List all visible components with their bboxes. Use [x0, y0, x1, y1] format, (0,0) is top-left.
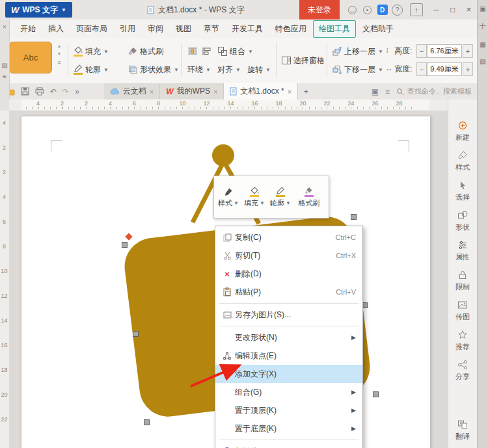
selection-handle[interactable]	[122, 242, 128, 248]
skin-icon[interactable]	[346, 3, 359, 17]
selection-pane-button[interactable]: 选择窗格	[281, 53, 325, 68]
list-icon[interactable]: ▤	[480, 58, 485, 65]
sidebar-item-share[interactable]: 分享	[455, 360, 470, 382]
align-icon-button[interactable]	[202, 44, 212, 59]
selection-handle[interactable]	[144, 419, 150, 425]
height-decrease-button[interactable]: −	[416, 44, 427, 58]
sidebar-item-upload-image[interactable]: 传图	[455, 300, 470, 322]
tab-developer[interactable]: 开发工具	[226, 20, 269, 38]
outline-menu-button[interactable]: 轮廓▼	[267, 187, 293, 208]
menu-item-cut[interactable]: 剪切(T) Ctrl+X	[215, 246, 362, 265]
message-icon[interactable]	[360, 3, 374, 17]
more-commands-icon[interactable]: »	[75, 87, 79, 96]
selection-handle[interactable]	[373, 391, 379, 397]
width-increase-button[interactable]: +	[463, 62, 473, 76]
rotate-button[interactable]: 旋转 ▼	[247, 62, 271, 77]
tab-section[interactable]: 章节	[198, 20, 225, 38]
tab-home[interactable]: 开始	[14, 20, 42, 38]
maximize-button[interactable]: □	[444, 0, 461, 20]
wrap-button[interactable]: 环绕 ▼	[187, 62, 211, 77]
sidebar-item-recommend[interactable]: 推荐	[455, 330, 470, 352]
clipboard-pane-icon[interactable]: ▤	[1, 62, 7, 69]
grid-icon[interactable]: ▦	[480, 41, 485, 48]
tab-drawing-tools[interactable]: 绘图工具	[313, 20, 356, 38]
sidebar-item-properties[interactable]: 属性	[455, 240, 470, 262]
width-input[interactable]	[427, 62, 462, 76]
group-button[interactable]: 组合 ▼	[217, 44, 253, 59]
document-canvas[interactable]: 样式▼ 填充▼ 轮廓▼ 格式刷 复制(C) Ctrl+C	[9, 111, 448, 448]
new-tab-button[interactable]: +	[298, 83, 314, 99]
sidebar-item-select[interactable]: 选择	[455, 180, 470, 202]
height-increase-button[interactable]: +	[463, 44, 473, 58]
toolbox-icon[interactable]: ↑	[410, 3, 423, 16]
horizontal-ruler[interactable]: 42246810121416182022242628	[9, 99, 448, 111]
doc-tab-document1[interactable]: 文档1.docx * ×	[224, 83, 298, 99]
menu-item-group[interactable]: 组合(G) ▶	[215, 383, 362, 401]
menu-item-hyperlink[interactable]: 超链接(H)... Ctrl+K	[215, 442, 362, 448]
tab-doc-assistant[interactable]: 文档助手	[357, 20, 400, 38]
close-tab-icon[interactable]: ×	[150, 88, 154, 96]
sidebar-item-translate[interactable]: 翻译	[455, 419, 470, 441]
app-logo[interactable]: W WPS 文字 ▼	[5, 2, 72, 18]
menu-item-edit-points[interactable]: 编辑顶点(E)	[215, 347, 362, 365]
align-button[interactable]: 对齐 ▼	[217, 62, 241, 77]
tab-list-icon[interactable]: ≡	[385, 87, 390, 96]
sidebar-item-new[interactable]: 新建	[455, 120, 470, 142]
command-search[interactable]: 查找命令、搜索模板	[396, 86, 472, 96]
format-painter-button[interactable]: 格式刷	[293, 187, 325, 208]
undo-icon[interactable]: ↶	[50, 87, 57, 96]
selection-handle[interactable]	[351, 214, 357, 220]
sidebar-item-restrict[interactable]: 限制	[455, 270, 470, 292]
login-button[interactable]: 未登录	[299, 0, 340, 20]
menu-item-change-shape[interactable]: 更改形状(N) ▶	[215, 328, 362, 347]
vertical-ruler[interactable]: 42246810121416182022	[0, 111, 10, 448]
scroll-up-icon[interactable]: ▲	[57, 44, 62, 48]
docer-icon[interactable]: D	[375, 3, 389, 17]
tab-insert[interactable]: 插入	[42, 20, 70, 38]
save-icon[interactable]	[21, 87, 29, 96]
fill-menu-button[interactable]: 填充▼	[241, 187, 267, 208]
shape-effects-button[interactable]: 形状效果 ▼	[128, 62, 179, 77]
shape-circle[interactable]	[212, 144, 234, 166]
doc-tab-my-wps[interactable]: W 我的WPS ×	[160, 83, 224, 99]
scroll-down-icon[interactable]: ▼	[57, 51, 62, 56]
list-pane-icon[interactable]: ≡	[3, 73, 7, 80]
help-icon[interactable]: ?	[390, 3, 404, 17]
menu-item-copy[interactable]: 复制(C) Ctrl+C	[215, 228, 362, 246]
tab-page-layout[interactable]: 页面布局	[70, 20, 113, 38]
menu-item-add-text[interactable]: 添加文字(X)	[215, 365, 362, 383]
redo-icon[interactable]: ↷	[62, 87, 69, 96]
fill-button[interactable]: 填充 ▼	[73, 44, 109, 59]
selection-handle[interactable]	[133, 331, 139, 337]
menu-item-send-to-back[interactable]: 置于底层(K) ▶	[215, 419, 362, 438]
plus-icon[interactable]: 十	[480, 22, 486, 31]
gallery-more-icon[interactable]: ≡	[57, 59, 61, 66]
close-pane-icon[interactable]: ×	[3, 23, 7, 31]
minimize-button[interactable]: ─	[428, 0, 444, 20]
close-tab-icon[interactable]: ×	[288, 88, 291, 96]
pin-pane-icon[interactable]: ▣	[372, 87, 379, 96]
tab-review[interactable]: 审阅	[142, 20, 169, 38]
bring-forward-button[interactable]: 上移一层 ▼	[332, 44, 383, 59]
tab-view[interactable]: 视图	[170, 20, 197, 38]
panel-icon[interactable]: ▣	[480, 5, 485, 12]
sidebar-item-styles[interactable]: 样式	[455, 150, 470, 172]
close-tab-icon[interactable]: ×	[213, 88, 217, 96]
style-menu-button[interactable]: 样式▼	[215, 187, 241, 208]
height-input[interactable]	[427, 44, 462, 58]
shape-preset-button[interactable]: Abc	[9, 42, 52, 73]
send-backward-button[interactable]: 下移一层 ▼	[332, 62, 383, 77]
tab-special-apps[interactable]: 特色应用	[269, 20, 312, 38]
format-painter-button[interactable]: 格式刷	[128, 44, 163, 59]
menu-item-paste[interactable]: 粘贴(P) Ctrl+V	[215, 283, 362, 301]
sidebar-item-shapes[interactable]: 形状	[455, 210, 470, 232]
close-button[interactable]: ×	[461, 0, 477, 20]
width-decrease-button[interactable]: −	[416, 62, 427, 76]
wrap-icon-button[interactable]	[187, 44, 198, 59]
tab-references[interactable]: 引用	[114, 20, 141, 38]
menu-item-bring-to-front[interactable]: 置于顶层(K) ▶	[215, 401, 362, 419]
menu-item-delete[interactable]: × 删除(D)	[215, 265, 362, 283]
doc-tab-cloud[interactable]: 云文档 ×	[104, 83, 160, 99]
preset-gallery-scroll[interactable]: ▲ ▼ ≡	[55, 44, 64, 66]
print-icon[interactable]	[35, 87, 44, 96]
